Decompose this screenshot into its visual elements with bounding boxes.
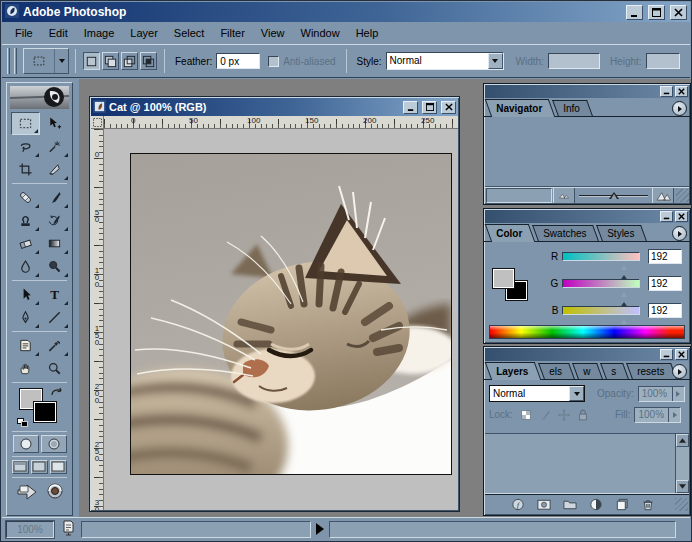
- intersect-selection-button[interactable]: [140, 52, 157, 70]
- new-group-icon[interactable]: [561, 497, 578, 512]
- swap-colors-icon[interactable]: [50, 387, 63, 400]
- navigator-tab-navigator[interactable]: Navigator: [485, 99, 556, 117]
- path-selection-tool[interactable]: [11, 283, 40, 306]
- notes-tool[interactable]: [11, 334, 40, 357]
- document-window[interactable]: Cat @ 100% (RGB) 050100150200250300 0501…: [89, 96, 460, 512]
- toolbox-header-art[interactable]: [10, 86, 69, 109]
- horizontal-ruler[interactable]: 050100150200250300: [104, 116, 458, 129]
- document-titlebar[interactable]: Cat @ 100% (RGB): [91, 98, 458, 116]
- color-tab-styles[interactable]: Styles: [597, 225, 648, 241]
- close-button[interactable]: [670, 5, 687, 20]
- color-tab-swatches[interactable]: Swatches: [532, 225, 599, 241]
- channel-value-r[interactable]: [648, 249, 682, 264]
- jump-to-imageready-button[interactable]: [16, 482, 42, 504]
- rectangular-marquee-tool[interactable]: [11, 112, 40, 135]
- color-minimize-button[interactable]: [660, 211, 673, 222]
- channel-slider-g[interactable]: [562, 279, 640, 288]
- menu-select[interactable]: Select: [166, 23, 213, 43]
- menu-image[interactable]: Image: [76, 23, 123, 43]
- eraser-tool[interactable]: [11, 232, 40, 255]
- fill-slider-icon[interactable]: [668, 408, 680, 422]
- options-grip[interactable]: [7, 48, 10, 74]
- doc-close-button[interactable]: [441, 101, 456, 114]
- move-tool[interactable]: [40, 112, 69, 135]
- gradient-tool[interactable]: [40, 232, 69, 255]
- zoom-tool[interactable]: [40, 357, 69, 380]
- layers-scrollbar[interactable]: [675, 434, 689, 493]
- channel-value-g[interactable]: [648, 276, 682, 291]
- subtract-from-selection-button[interactable]: [121, 52, 138, 70]
- layers-tab-layers[interactable]: Layers: [485, 362, 542, 380]
- add-to-selection-button[interactable]: [102, 52, 119, 70]
- healing-brush-tool[interactable]: [11, 186, 40, 209]
- navigator-proxy-view[interactable]: [484, 117, 690, 183]
- canvas-image[interactable]: [130, 153, 452, 475]
- layer-mask-icon[interactable]: [535, 497, 552, 512]
- eyedropper-tool[interactable]: [40, 334, 69, 357]
- navigator-tab-info[interactable]: Info: [552, 100, 593, 116]
- scroll-down-icon[interactable]: [676, 480, 689, 493]
- layers-titlebar[interactable]: [485, 348, 689, 361]
- canvas-area[interactable]: [104, 129, 458, 510]
- standard-screen-mode-button[interactable]: [12, 460, 29, 474]
- status-menu-arrow-icon[interactable]: [316, 523, 324, 535]
- navigator-titlebar[interactable]: [485, 85, 689, 98]
- doc-minimize-button[interactable]: [403, 101, 418, 114]
- layers-list[interactable]: [485, 433, 689, 494]
- color-foreground-swatch[interactable]: [492, 268, 515, 289]
- lock-all-icon[interactable]: [576, 408, 591, 422]
- adjustment-layer-icon[interactable]: [587, 497, 604, 512]
- brush-tool[interactable]: [40, 186, 69, 209]
- lasso-tool[interactable]: [11, 135, 40, 158]
- channel-slider-b[interactable]: [562, 306, 640, 315]
- opacity-slider-icon[interactable]: [672, 387, 684, 401]
- type-tool[interactable]: T: [40, 283, 69, 306]
- doc-maximize-button[interactable]: [422, 101, 437, 114]
- layers-resize-grip[interactable]: [675, 498, 688, 511]
- new-selection-button[interactable]: [83, 52, 100, 70]
- magic-wand-tool[interactable]: [40, 135, 69, 158]
- channel-slider-marker[interactable]: [619, 290, 629, 302]
- line-tool[interactable]: [40, 306, 69, 329]
- layer-style-icon[interactable]: f: [509, 497, 526, 512]
- channel-slider-r[interactable]: [562, 252, 640, 261]
- status-zoom-field[interactable]: 100%: [6, 521, 54, 538]
- delete-layer-icon[interactable]: [639, 497, 656, 512]
- color-palette-menu-button[interactable]: [672, 226, 687, 241]
- standard-mode-button[interactable]: [13, 435, 39, 453]
- zoom-in-icon[interactable]: [652, 188, 674, 203]
- zoom-out-icon[interactable]: [553, 188, 575, 203]
- navigator-resize-grip[interactable]: [676, 189, 689, 202]
- color-titlebar[interactable]: [485, 210, 689, 223]
- menu-window[interactable]: Window: [293, 23, 348, 43]
- color-close-button[interactable]: [675, 211, 688, 222]
- channel-value-b[interactable]: [648, 303, 682, 318]
- blend-mode-dropdown-icon[interactable]: [569, 386, 584, 401]
- tool-preset-button[interactable]: [23, 48, 69, 74]
- position-lock-icon[interactable]: [557, 408, 572, 422]
- layers-tab-w[interactable]: w: [572, 363, 603, 379]
- anti-aliased-checkbox[interactable]: [268, 56, 279, 67]
- crop-tool[interactable]: [11, 158, 40, 181]
- quick-mask-mode-button[interactable]: [41, 435, 67, 453]
- color-spectrum-ramp[interactable]: [489, 325, 685, 339]
- menu-layer[interactable]: Layer: [122, 23, 166, 43]
- fullscreen-menubar-mode-button[interactable]: [31, 460, 48, 474]
- maximize-button[interactable]: [648, 5, 665, 20]
- paint-lock-icon[interactable]: [538, 408, 553, 422]
- layers-tab-s[interactable]: s: [600, 363, 629, 379]
- slice-tool[interactable]: [40, 158, 69, 181]
- feather-input[interactable]: [216, 53, 260, 69]
- default-colors-icon[interactable]: [17, 418, 30, 429]
- dodge-tool[interactable]: [40, 255, 69, 278]
- channel-slider-marker[interactable]: [619, 263, 629, 275]
- options-grip2[interactable]: [14, 48, 17, 74]
- style-select[interactable]: Normal: [386, 52, 504, 70]
- layers-close-button[interactable]: [675, 349, 688, 360]
- style-dropdown-icon[interactable]: [488, 53, 503, 69]
- navigator-zoom-slider[interactable]: [575, 188, 652, 203]
- vertical-ruler[interactable]: 050100150200250300: [91, 129, 104, 510]
- minimize-button[interactable]: [626, 5, 643, 20]
- color-tab-color[interactable]: Color: [485, 224, 536, 242]
- new-layer-icon[interactable]: [613, 497, 630, 512]
